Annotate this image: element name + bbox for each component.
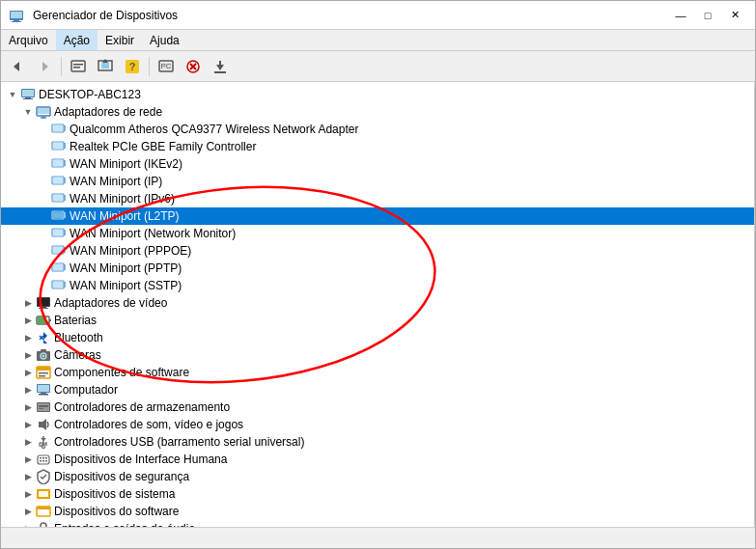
- svg-rect-117: [45, 460, 47, 462]
- forward-button[interactable]: [32, 54, 57, 79]
- category-adaptadores-rede[interactable]: ▼ Adaptadores de rede: [1, 103, 754, 121]
- adapter-wan-ip[interactable]: WAN Miniport (IP): [1, 173, 754, 190]
- adapter-wan-ipv6[interactable]: WAN Miniport (IPv6): [1, 190, 754, 207]
- video-expander: ▶: [20, 295, 36, 311]
- status-bar: [1, 527, 755, 548]
- adapter-wan-netmon[interactable]: WAN Miniport (Network Monitor): [1, 225, 754, 242]
- category-controladores-som[interactable]: ▶ Controladores de som, vídeo e jogos: [1, 416, 754, 433]
- menu-exibir[interactable]: Exibir: [98, 30, 142, 50]
- svg-rect-100: [41, 393, 46, 394]
- toolbar: ? PC: [1, 51, 755, 82]
- svg-point-92: [42, 355, 45, 358]
- category-dispositivos-interface[interactable]: ▶ Dispositivos de Interface Humana: [1, 451, 754, 468]
- menu-acao[interactable]: Ação: [56, 30, 98, 50]
- adapter-wan-sstp[interactable]: WAN Miniport (SSTP): [1, 277, 754, 294]
- system-expander: ▶: [20, 486, 36, 502]
- realtek-label: Realtek PCIe GBE Family Controller: [70, 140, 256, 153]
- properties-button[interactable]: [66, 54, 91, 79]
- minimize-button[interactable]: —: [668, 6, 693, 25]
- category-adaptadores-video[interactable]: ▶ Adaptadores de vídeo: [1, 294, 754, 312]
- software-dev-expander: ▶: [20, 504, 36, 519]
- close-button[interactable]: ✕: [722, 6, 747, 25]
- update-driver-button[interactable]: [93, 54, 118, 79]
- storage-expander: ▶: [20, 399, 36, 415]
- adapter-wan-pptp[interactable]: WAN Miniport (PPTP): [1, 260, 754, 277]
- svg-rect-2: [14, 20, 19, 21]
- svg-rect-104: [39, 405, 48, 407]
- adapter-wan-ikev2[interactable]: WAN Miniport (IKEv2): [1, 155, 754, 173]
- wan-icon-8: [51, 278, 67, 293]
- software-dev-label: Dispositivos do software: [54, 505, 179, 518]
- adapter-wan-l2tp[interactable]: WAN Miniport (L2TP): [1, 207, 754, 225]
- wan-ip-label: WAN Miniport (IP): [70, 175, 162, 188]
- tree-container: ▼ DESKTOP-ABC123 ▼: [1, 82, 755, 527]
- category-controladores-usb[interactable]: ▶ Controladores USB (barramento serial u…: [1, 433, 754, 451]
- svg-rect-24: [22, 90, 34, 96]
- svg-rect-21: [219, 61, 221, 66]
- usb-label: Controladores USB (barramento serial uni…: [54, 435, 304, 449]
- category-componentes-software[interactable]: ▶ Componentes de software: [1, 364, 754, 381]
- wan-icon-1: [51, 156, 67, 172]
- baterias-label: Baterias: [54, 314, 97, 327]
- svg-rect-6: [71, 61, 85, 71]
- video-label: Adaptadores de vídeo: [54, 296, 167, 310]
- svg-rect-116: [42, 460, 44, 462]
- root-label: DESKTOP-ABC123: [39, 88, 141, 101]
- download-button[interactable]: [208, 54, 233, 79]
- help-button[interactable]: ?: [120, 54, 145, 79]
- category-computador[interactable]: ▶ Computador: [1, 381, 754, 398]
- root-item[interactable]: ▼ DESKTOP-ABC123: [1, 86, 754, 103]
- scan-button[interactable]: PC: [154, 54, 179, 79]
- svg-rect-26: [23, 98, 33, 99]
- audio-label: Entradas e saídas de áudio: [54, 522, 195, 527]
- bluetooth-label: Bluetooth: [54, 331, 103, 344]
- back-button[interactable]: [5, 54, 30, 79]
- wan-icon-6: [51, 243, 67, 259]
- toolbar-separator-2: [149, 57, 150, 76]
- hid-expander: ▶: [20, 452, 36, 467]
- category-dispositivos-seguranca[interactable]: ▶ Dispositivos de segurança: [1, 468, 754, 485]
- menu-bar: Arquivo Ação Exibir Ajuda: [1, 30, 755, 51]
- network-adapter-icon: [51, 122, 67, 137]
- svg-rect-83: [41, 307, 46, 308]
- wan-icon-7: [51, 261, 67, 276]
- menu-arquivo[interactable]: Arquivo: [1, 30, 56, 50]
- svg-rect-32: [53, 125, 63, 131]
- system-category-icon: [36, 486, 51, 502]
- camera-category-icon: [36, 347, 51, 363]
- title-bar: Gerenciador de Dispositivos — □ ✕: [1, 1, 755, 30]
- battery-expander: ▶: [20, 313, 36, 328]
- network-category-icon: [36, 104, 51, 120]
- uninstall-button[interactable]: [181, 54, 206, 79]
- svg-rect-121: [37, 507, 50, 509]
- device-manager-window: Gerenciador de Dispositivos — □ ✕ Arquiv…: [0, 0, 756, 549]
- tree-view[interactable]: ▼ DESKTOP-ABC123 ▼: [1, 82, 755, 527]
- maximize-button[interactable]: □: [695, 6, 720, 25]
- adapter-realtek[interactable]: Realtek PCIe GBE Family Controller: [1, 138, 754, 155]
- toolbar-separator-1: [61, 57, 62, 76]
- menu-ajuda[interactable]: Ajuda: [142, 30, 187, 50]
- componentes-label: Componentes de software: [54, 366, 189, 379]
- category-dispositivos-software[interactable]: ▶ Dispositivos do software: [1, 503, 754, 520]
- svg-point-110: [42, 446, 45, 449]
- category-controladores-armazenamento[interactable]: ▶ Controladores de armazenamento: [1, 398, 754, 416]
- window-title: Gerenciador de Dispositivos: [33, 9, 178, 22]
- svg-rect-52: [53, 195, 63, 201]
- hid-label: Dispositivos de Interface Humana: [54, 453, 227, 466]
- category-baterias[interactable]: ▶ Baterias: [1, 312, 754, 329]
- wan-l2tp-label: WAN Miniport (L2TP): [70, 209, 180, 223]
- svg-rect-57: [53, 212, 63, 218]
- svg-rect-8: [73, 67, 80, 69]
- adapter-wan-pppoe[interactable]: WAN Miniport (PPPOE): [1, 242, 754, 260]
- category-cameras[interactable]: ▶ Câmeras: [1, 346, 754, 364]
- svg-rect-84: [39, 308, 48, 309]
- bluetooth-category-icon: [36, 330, 51, 345]
- category-entradas-saidas[interactable]: ▶ Entradas e saídas de áudio: [1, 520, 754, 527]
- svg-rect-113: [42, 457, 44, 459]
- category-dispositivos-sistema[interactable]: ▶ Dispositivos de sistema: [1, 485, 754, 503]
- bluetooth-expander: ▶: [20, 330, 36, 345]
- adapter-qualcomm[interactable]: Qualcomm Atheros QCA9377 Wireless Networ…: [1, 121, 754, 138]
- title-bar-buttons: — □ ✕: [668, 6, 747, 25]
- category-bluetooth[interactable]: ▶ Bluetooth: [1, 329, 754, 346]
- svg-rect-3: [12, 21, 21, 22]
